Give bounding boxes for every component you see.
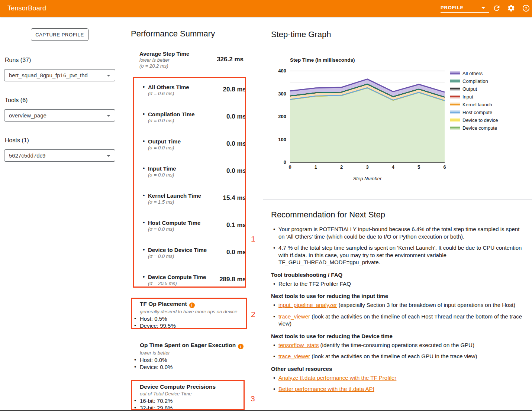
perf-summary-row: Output Time(σ = 0.0 ms)0.0 ms [133, 138, 246, 165]
settings-icon[interactable] [507, 4, 515, 12]
app-header: TensorBoard PROFILE ? [0, 0, 532, 17]
average-sigma: (σ = 20.2 ms) [139, 63, 244, 69]
metric-item: Host: 0.0% [134, 356, 246, 363]
y-tick-label: 0 [284, 159, 286, 165]
eager-execution-title: Op Time Spent on Eager Execution [134, 342, 246, 349]
hosts-select[interactable]: 5627c5dd7dc9 [4, 149, 115, 162]
eager-execution-block: Op Time Spent on Eager Execution lower i… [134, 342, 246, 370]
rec-heading: Tool troubleshooting / FAQ [271, 271, 525, 278]
runs-select-value: bert_squad_8gpu_fp16_pvt_thd [9, 72, 88, 78]
legend-label: Output [462, 86, 477, 92]
area-device-compute [290, 88, 445, 162]
svg-text:?: ? [525, 6, 528, 10]
compute-precisions-block: Device Compute Precisions out of Total D… [134, 383, 246, 411]
refresh-icon[interactable] [493, 4, 501, 12]
dashboard-selector[interactable]: PROFILE [441, 4, 489, 13]
legend-label: All others [462, 71, 483, 76]
x-axis-label: Step Number [353, 176, 382, 181]
row-value: 0.0 ms [226, 140, 246, 148]
x-tick-label: 3 [366, 164, 368, 170]
perf-summary-row: Compilation Time(σ = 0.0 ms)0.0 ms [133, 111, 246, 138]
compute-precisions-subtitle: out of Total Device Time [134, 390, 246, 397]
rec-link[interactable]: tensorflow_stats [278, 342, 319, 348]
metric-item: Host: 0.5% [134, 315, 246, 322]
x-tick-label: 2 [340, 164, 343, 170]
row-value: 0.0 ms [226, 167, 246, 175]
rec-link[interactable]: Analyze tf.data performance with the TF … [278, 375, 396, 381]
y-tick-label: 100 [278, 137, 286, 142]
rec-link[interactable]: input_pipeline_analyzer [278, 302, 337, 308]
row-value: 15.4 ms [223, 194, 246, 202]
rec-bullet: trace_viewer (look at the activities on … [271, 313, 525, 327]
hosts-select-value: 5627c5dd7dc9 [9, 152, 45, 159]
info-icon[interactable] [238, 344, 244, 349]
metric-item: Device: 99.5% [134, 322, 246, 329]
perf-summary-row: Device Compute Time(σ = 20.5 ms)289.8 ms [133, 274, 246, 301]
legend-label: Device compute [462, 125, 497, 131]
rec-link[interactable]: trace_viewer [278, 313, 310, 320]
rec-heading: Next tools to use for reducing the Devic… [271, 333, 525, 340]
tensorboard-profile-page: TensorBoard PROFILE ? CAPTURE PROFILE Ru… [0, 0, 532, 411]
x-tick-label: 0 [288, 164, 291, 170]
info-icon[interactable] [189, 302, 195, 308]
rec-bullet: input_pipeline_analyzer (especially Sect… [271, 301, 525, 309]
recommendation-panel: Recommendation for Next Step Your progra… [263, 200, 532, 398]
rec-group: Tool troubleshooting / FAQRefer to the T… [271, 271, 525, 288]
perf-summary-row: Host Compute Time(σ = 0.0 ms)0.1 ms [133, 220, 246, 247]
recommendation-groups: Your program is POTENTIALLY input-bound … [271, 226, 525, 393]
perf-summary-row: All Others Time(σ = 0.6 ms)20.8 ms [133, 84, 246, 111]
eager-execution-subtitle: lower is better [134, 349, 246, 356]
capture-profile-button[interactable]: CAPTURE PROFILE [31, 28, 88, 41]
app-title: TensorBoard [7, 4, 46, 12]
metric-item: Device: 0.0% [134, 363, 246, 370]
perf-summary-row: Device to Device Time(σ = 0.0 ms)0.0 ms [133, 247, 246, 274]
legend-label: Host compute [462, 110, 492, 115]
chevron-down-icon [107, 75, 110, 77]
row-value: 0.0 ms [226, 249, 246, 256]
legend-label: Kernel launch [462, 102, 492, 107]
rec-bullet: Refer to the TF2 Profiler FAQ [271, 280, 525, 288]
row-value: 20.8 ms [223, 86, 246, 93]
row-value: 0.0 ms [226, 113, 246, 120]
compute-precisions-title: Device Compute Precisions [134, 383, 246, 390]
rec-bullet: tensorflow_stats (identify the time-cons… [271, 342, 525, 349]
runs-select[interactable]: bert_squad_8gpu_fp16_pvt_thd [4, 69, 115, 81]
compute-precisions-items: 16-bit: 70.2%32-bit: 29.8% [134, 397, 246, 411]
tools-select[interactable]: overview_page [4, 109, 115, 122]
rec-link[interactable]: trace_viewer [278, 353, 310, 359]
chevron-down-icon [107, 155, 110, 157]
performance-summary-title: Performance Summary [131, 29, 215, 39]
average-step-time: Average Step Time lower is better (σ = 2… [139, 51, 244, 69]
tools-select-value: overview_page [9, 112, 46, 119]
performance-summary-rows: All Others Time(σ = 0.6 ms)20.8 msCompil… [133, 77, 246, 288]
y-tick-label: 400 [278, 68, 286, 74]
step-time-graph-title: Step-time Graph [271, 30, 331, 39]
rec-heading: Next tools to use for reducing the input… [271, 292, 525, 300]
rec-bullet: trace_viewer (look at the activities on … [271, 353, 525, 360]
perf-summary-row: Input Time(σ = 0.0 ms)0.0 ms [133, 165, 246, 192]
legend-label: Input [462, 94, 473, 100]
sidebar-divider [123, 17, 123, 411]
rec-bullet: Your program is POTENTIALLY input-bound … [271, 226, 525, 240]
rec-heading: Other useful resources [271, 365, 525, 372]
tf-op-placement-subtitle: generally desired to have more ops on de… [134, 308, 246, 315]
rec-link[interactable]: Better performance with the tf.data API [278, 386, 374, 392]
help-icon[interactable]: ? [522, 4, 530, 12]
rec-group: Your program is POTENTIALLY input-bound … [271, 226, 525, 266]
annotation-number-1: 1 [251, 234, 255, 243]
x-tick-label: 4 [392, 164, 395, 170]
rec-bullet: 4.7 % of the total step time sampled is … [271, 244, 525, 266]
rec-group: Other useful resourcesAnalyze tf.data pe… [271, 365, 525, 393]
tf-op-placement-title: TF Op Placement [134, 300, 246, 308]
average-value: 326.2 ms [217, 56, 244, 63]
hosts-label: Hosts (1) [5, 137, 29, 144]
y-tick-label: 200 [278, 114, 286, 119]
tf-op-placement-block: TF Op Placement generally desired to hav… [134, 300, 246, 329]
rec-group: Next tools to use for reducing the input… [271, 292, 525, 327]
row-value: 0.1 ms [226, 221, 246, 229]
rec-bullet: Better performance with the tf.data API [271, 385, 525, 393]
chart-title: Step Time (in milliseconds) [290, 57, 355, 63]
x-tick-label: 6 [443, 164, 446, 170]
perf-summary-row: Kernel Launch Time(σ = 1.5 ms)15.4 ms [133, 192, 246, 220]
y-tick-label: 300 [278, 91, 286, 97]
